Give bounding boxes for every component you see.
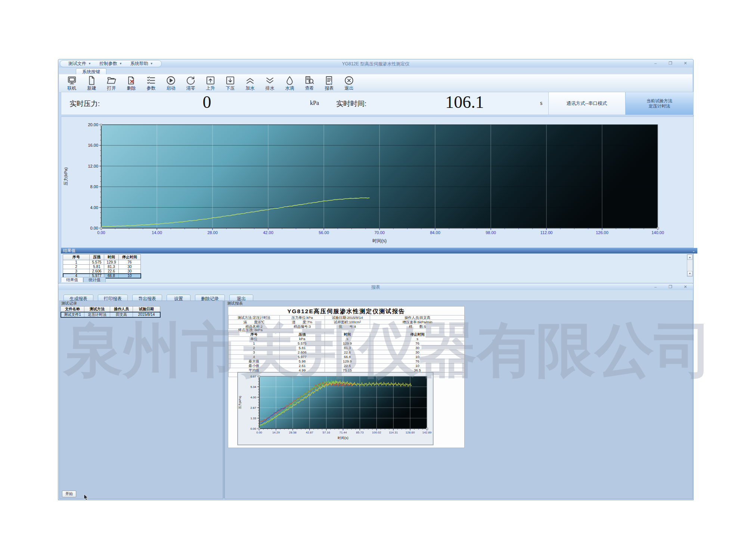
svg-text:压力(kPa): 压力(kPa) [63,167,68,185]
close-button[interactable]: ✕ [681,60,690,66]
results-scrollbar[interactable]: ▲ ▼ [687,254,693,277]
records-cell: 测试文件1 [61,312,84,317]
tab-system-keys[interactable]: 系统按键 [76,68,106,75]
toolbar-button-8[interactable]: 下压 [220,74,240,92]
report-info-cell: 温 度:6℃ [229,320,280,324]
toolbar-button-11[interactable]: 水滴 [280,74,300,92]
toolbar-button-13[interactable]: 报表 [319,74,339,92]
report-info-cell: 压力单位:kPa [280,315,325,320]
svg-text:140.00: 140.00 [651,230,664,235]
report-table-row: 25.8181.330 [229,346,465,350]
results-cell: 10 [119,274,141,278]
scroll-down-arrow[interactable]: ▼ [687,271,692,276]
records-col-header: 文件名称 [61,307,84,312]
open-folder-icon [106,75,117,86]
results-bar: 结果值 ⌄ [61,248,697,253]
svg-text:12.00: 12.00 [88,164,98,168]
results-col-header: 时间 [104,255,119,260]
report-view-panel: 测试报表 YG812E高压伺服渗水性测定仪测试报告 测试方法:定压计时法压力单位… [224,301,693,499]
toolbar-button-9[interactable]: 加水 [240,74,260,92]
toolbar-button-2[interactable]: 打开 [102,74,121,92]
pin-icon[interactable]: ⌄ [692,249,695,253]
pressure-value: 0 [158,92,255,112]
report-info-grid: 测试方法:定压计时法压力单位:kPa试验日期:2015/8/14操作人员:田文高… [228,315,465,329]
test-method-line2: 定压计时法 [649,103,670,109]
toolbar-button-label: 删除 [127,86,136,91]
results-cell: 2 [63,265,90,269]
main-titlebar: YG812E 型高压伺服渗水性测定仪 测试文件▼控制参数▼系统帮助▼ –❐✕ [58,59,693,68]
list-item[interactable]: 测试文件1定压计时法田文高2015/8/14 [61,312,160,317]
results-cell: 30 [119,269,141,274]
report-table-row: 最小值2.6122.610 [229,364,465,368]
records-table: 文件名称测试方法操作人员试验日期测试文件1定压计时法田文高2015/8/14 [61,306,160,317]
svg-text:0.00: 0.00 [97,230,105,235]
report-table-cell: 2 [229,346,280,350]
report-table-cell: 76 [370,341,465,346]
table-row[interactable]: 25.8181.330 [63,265,141,269]
start-button[interactable]: 开始 [62,491,76,497]
test-method-line1: 当前试验方法 [647,98,672,103]
toolbar-button-0[interactable]: 联机 [62,74,82,92]
report-table-cell: 5.575 [280,341,325,346]
main-toolbar: 联机新建打开删除参数启动清零上升下压加水排水水滴查看报表退出 [59,74,692,93]
report-table-cell: 2.606 [280,350,325,355]
records-cell: 田文高 [110,312,133,317]
report-info-cell: 批 号:4 [325,324,370,329]
results-cell: 66.8 [104,274,119,278]
svg-text:8.00: 8.00 [90,184,98,189]
scroll-up-arrow[interactable]: ▲ [687,255,692,260]
tab-results-values[interactable]: 结果值 [61,277,83,282]
results-cell: 76 [119,260,141,265]
toolbar-button-5[interactable]: 启动 [161,74,181,92]
records-col-header: 试验日期 [133,307,160,312]
mouse-cursor [84,494,89,501]
report-table-cell: 36.5 [370,368,465,373]
report-titlebar: 报表 –❐✕ [58,283,693,290]
menu-item-0[interactable]: 测试文件▼ [65,60,94,67]
table-row[interactable]: 15.575129.976 [63,260,141,265]
toolbar-button-label: 新建 [87,86,96,91]
results-cell: 1 [63,260,90,265]
close-button[interactable]: ✕ [681,284,690,290]
report-info-row: 测试方法:定压计时法压力单位:kPa试验日期:2015/8/14操作人员:田文高 [229,315,465,320]
table-row[interactable]: 32.60622.630 [63,269,141,274]
test-method-button[interactable]: 当前试验方法 定压计时法 [625,92,693,115]
toolbar-button-6[interactable]: 清零 [181,74,201,92]
svg-text:42.87: 42.87 [306,431,314,434]
toolbar-button-12[interactable]: 查看 [300,74,319,92]
new-file-icon [86,75,97,86]
maximize-button[interactable]: ❐ [666,60,675,66]
time-unit: s [540,100,542,106]
toolbar-button-14[interactable]: 退出 [339,74,359,92]
report-table-cell: 66.8 [325,355,370,359]
records-cell: 2015/8/14 [133,312,160,317]
maximize-button[interactable]: ❐ [666,284,675,290]
press-down-icon [225,75,236,86]
report-icon [324,75,335,86]
menu-bar: 测试文件▼控制参数▼系统帮助▼ [60,60,162,67]
toolbar-button-1[interactable]: 新建 [82,74,102,92]
menu-item-2[interactable]: 系统帮助▼ [127,60,156,67]
minimize-button[interactable]: – [651,60,660,66]
results-cell: 22.6 [104,269,119,274]
tab-statistics-values[interactable]: 统计值 [83,277,106,282]
toolbar-button-4[interactable]: 参数 [141,74,161,92]
report-table-cell: 75.15 [325,368,370,373]
toolbar-button-3[interactable]: 删除 [121,74,141,92]
toolbar-button-label: 打开 [107,86,116,91]
toolbar-button-7[interactable]: 上升 [201,74,220,92]
minimize-button[interactable]: – [651,284,660,290]
report-table-cell: 10 [370,355,465,359]
report-table-cell: s [325,337,370,341]
svg-text:70.00: 70.00 [374,230,385,235]
toolbar-button-label: 查看 [305,86,314,91]
report-table-row: 15.575129.976 [229,341,465,346]
menu-item-1[interactable]: 控制参数▼ [96,60,125,67]
report-data-table: 序号压强时间停止时间单位kPass15.575129.97625.8181.33… [228,332,465,377]
comm-mode-button[interactable]: 通讯方式--串口模式 [549,92,625,115]
results-cell: 129.9 [104,260,119,265]
toolbar-button-10[interactable]: 排水 [260,74,280,92]
toolbar-button-label: 排水 [266,86,275,91]
start-icon [165,75,176,86]
main-window-controls: –❐✕ [651,60,690,66]
